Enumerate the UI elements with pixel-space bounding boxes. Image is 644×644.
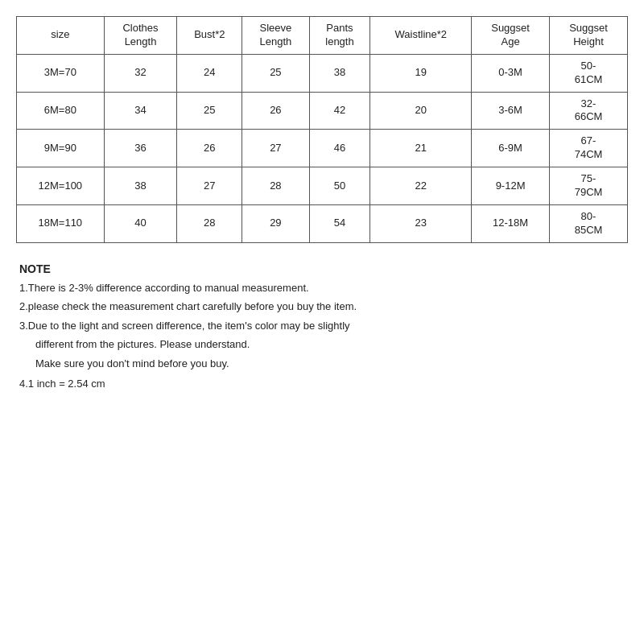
cell-suggest_age-row-0: 0-3M (472, 54, 550, 92)
table-header-row: size Clothes Length Bust*2 Sleeve Length… (17, 17, 628, 55)
cell-pants_length-row-2: 46 (309, 130, 370, 167)
table-row: 18M=110402829542312-18M80-85CM (17, 204, 628, 242)
cell-suggest_height-row-2: 67-74CM (550, 130, 628, 167)
cell-sleeve_length-row-1: 26 (242, 92, 309, 130)
cell-sleeve_length-row-0: 25 (242, 54, 309, 92)
cell-pants_length-row-4: 54 (309, 204, 370, 242)
cell-waistline-row-1: 20 (370, 92, 472, 130)
cell-clothes_length-row-2: 36 (104, 130, 177, 167)
col-header-size: size (17, 17, 105, 55)
cell-bust-row-4: 28 (177, 204, 242, 242)
cell-size-row-3: 12M=100 (17, 167, 105, 205)
col-header-suggest-age: Suggset Age (472, 17, 550, 55)
cell-pants_length-row-1: 42 (309, 92, 370, 130)
cell-size-row-1: 6M=80 (17, 92, 105, 130)
notes-title: NOTE (19, 262, 625, 275)
note-item-4: 4.1 inch = 2.54 cm (19, 376, 625, 392)
cell-waistline-row-2: 21 (370, 130, 472, 167)
cell-suggest_age-row-4: 12-18M (472, 204, 550, 242)
note-item-3: 3.Due to the light and screen difference… (19, 318, 625, 334)
col-header-suggest-height: Suggset Height (550, 17, 628, 55)
note-item-1: 1.There is 2-3% difference according to … (19, 280, 625, 296)
cell-sleeve_length-row-4: 29 (242, 204, 309, 242)
cell-bust-row-1: 25 (177, 92, 242, 130)
col-header-bust: Bust*2 (177, 17, 242, 55)
cell-bust-row-0: 24 (177, 54, 242, 92)
cell-bust-row-2: 26 (177, 130, 242, 167)
col-header-clothes-length: Clothes Length (104, 17, 177, 55)
cell-clothes_length-row-1: 34 (104, 92, 177, 130)
cell-waistline-row-4: 23 (370, 204, 472, 242)
col-header-pants-length: Pants length (309, 17, 370, 55)
cell-suggest_age-row-2: 6-9M (472, 130, 550, 167)
cell-size-row-4: 18M=110 (17, 204, 105, 242)
cell-clothes_length-row-3: 38 (104, 167, 177, 205)
col-header-sleeve-length: Sleeve Length (242, 17, 309, 55)
cell-waistline-row-0: 19 (370, 54, 472, 92)
cell-clothes_length-row-4: 40 (104, 204, 177, 242)
cell-pants_length-row-3: 50 (309, 167, 370, 205)
cell-suggest_height-row-4: 80-85CM (550, 204, 628, 242)
cell-sleeve_length-row-3: 28 (242, 167, 309, 205)
cell-bust-row-3: 27 (177, 167, 242, 205)
table-row: 3M=7032242538190-3M50-61CM (17, 54, 628, 92)
note-item-3c: Make sure you don't mind before you buy. (19, 356, 625, 372)
col-header-waistline: Waistline*2 (370, 17, 472, 55)
cell-pants_length-row-0: 38 (309, 54, 370, 92)
table-row: 12M=10038272850229-12M75-79CM (17, 167, 628, 205)
cell-size-row-0: 3M=70 (17, 54, 105, 92)
cell-suggest_height-row-0: 50-61CM (550, 54, 628, 92)
cell-suggest_height-row-1: 32-66CM (550, 92, 628, 130)
note-item-3b: different from the pictures. Please unde… (19, 336, 625, 353)
cell-sleeve_length-row-2: 27 (242, 130, 309, 167)
cell-clothes_length-row-0: 32 (104, 54, 177, 92)
size-chart-container: size Clothes Length Bust*2 Sleeve Length… (16, 16, 628, 243)
table-row: 9M=9036262746216-9M67-74CM (17, 130, 628, 167)
cell-suggest_age-row-1: 3-6M (472, 92, 550, 130)
note-item-2: 2.please check the measurement chart car… (19, 299, 625, 315)
cell-waistline-row-3: 22 (370, 167, 472, 205)
notes-section: NOTE 1.There is 2-3% difference accordin… (16, 262, 628, 392)
cell-size-row-2: 9M=90 (17, 130, 105, 167)
cell-suggest_age-row-3: 9-12M (472, 167, 550, 205)
size-chart-table: size Clothes Length Bust*2 Sleeve Length… (16, 16, 628, 243)
table-row: 6M=8034252642203-6M32-66CM (17, 92, 628, 130)
cell-suggest_height-row-3: 75-79CM (550, 167, 628, 205)
